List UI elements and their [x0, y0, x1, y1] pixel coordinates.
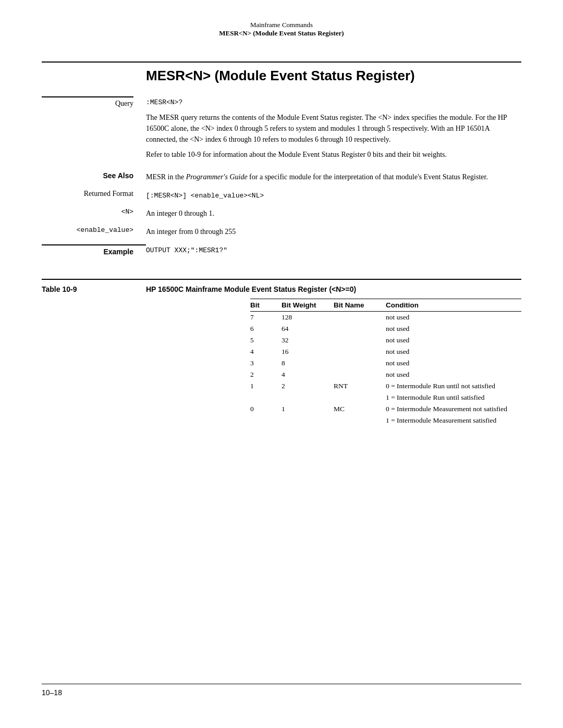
n-param-content: An integer 0 through 1.: [146, 208, 521, 219]
query-content: :MESR<N>? The MESR query returns the con…: [146, 96, 521, 164]
table-row: 1 2 RNT 0 = Intermodule Run until not sa…: [250, 380, 521, 392]
cell-name: RNT: [334, 380, 386, 403]
see-also-content: MESR in the Programmer's Guide for a spe…: [146, 171, 521, 182]
query-row: Query :MESR<N>? The MESR query returns t…: [42, 96, 521, 164]
enable-value-content: An integer from 0 through 255: [146, 226, 521, 237]
cell-name: [334, 335, 386, 346]
data-table: Bit Bit Weight Bit Name Condition 7 128 …: [250, 299, 521, 426]
example-content: OUTPUT XXX;":MESR1?": [146, 244, 521, 256]
cell-condition1: 0 = Intermodule Measurement not satisfie…: [386, 403, 521, 415]
table-title: HP 16500C Mainframe Module Event Status …: [146, 285, 521, 293]
enable-value-row: <enable_value> An integer from 0 through…: [42, 226, 521, 237]
cell-condition: not used: [386, 312, 521, 324]
cell-name: [334, 357, 386, 369]
page-header: Mainframe Commands MESR<N> (Module Event…: [42, 21, 521, 38]
cell-name: [334, 346, 386, 357]
see-also-text-after: for a specific module for the interpreta…: [248, 173, 488, 181]
see-also-label: See Also: [42, 171, 146, 182]
n-param-row: <N> An integer 0 through 1.: [42, 208, 521, 219]
query-label: Query: [42, 96, 146, 164]
cell-name: [334, 312, 386, 324]
table-row: 3 8 not used: [250, 357, 521, 369]
cell-name: [334, 369, 386, 380]
example-row: Example OUTPUT XXX;":MESR1?": [42, 244, 521, 256]
see-also-text-before: MESR in the: [146, 173, 186, 181]
cell-condition: not used: [386, 357, 521, 369]
main-title: MESR<N> (Module Event Status Register): [146, 68, 521, 84]
table-header: Bit Bit Weight Bit Name Condition: [250, 299, 521, 312]
query-desc1: The MESR query returns the contents of t…: [146, 112, 521, 145]
see-also-italic: Programmer's Guide: [186, 173, 248, 181]
table-row: 4 16 not used: [250, 346, 521, 357]
cell-weight: 1: [282, 403, 334, 426]
col-header-weight: Bit Weight: [282, 299, 334, 312]
returned-format-label: Returned Format: [42, 190, 146, 201]
table-number: Table 10-9: [42, 285, 146, 293]
content-area: Query :MESR<N>? The MESR query returns t…: [42, 96, 521, 263]
returned-format-content: [:MESR<N>] <enable_value><NL>: [146, 190, 521, 201]
footer-rule: [42, 684, 521, 684]
cell-weight: 16: [282, 346, 334, 357]
query-desc2: Refer to table 10-9 for information abou…: [146, 149, 521, 160]
table-row: 0 1 MC 0 = Intermodule Measurement not s…: [250, 403, 521, 415]
table-row: 6 64 not used: [250, 323, 521, 335]
cell-condition: not used: [386, 323, 521, 335]
cell-weight: 128: [282, 312, 334, 324]
table-row: 5 32 not used: [250, 335, 521, 346]
header-line1: Mainframe Commands: [42, 21, 521, 29]
cell-bit: 2: [250, 369, 282, 380]
see-also-row: See Also MESR in the Programmer's Guide …: [42, 171, 521, 182]
enable-value-label: <enable_value>: [42, 226, 146, 237]
cell-weight: 64: [282, 323, 334, 335]
col-header-name: Bit Name: [334, 299, 386, 312]
cell-weight: 2: [282, 380, 334, 403]
example-code: OUTPUT XXX;":MESR1?": [146, 246, 227, 254]
footer-page-number: 10–18: [42, 688, 521, 697]
cell-bit: 3: [250, 357, 282, 369]
cell-bit: 7: [250, 312, 282, 324]
table-row: 2 4 not used: [250, 369, 521, 380]
returned-format-row: Returned Format [:MESR<N>] <enable_value…: [42, 190, 521, 201]
col-header-bit: Bit: [250, 299, 282, 312]
example-label: Example: [42, 244, 146, 256]
header-line2: MESR<N> (Module Event Status Register): [42, 29, 521, 38]
cell-name: MC: [334, 403, 386, 426]
cell-weight: 4: [282, 369, 334, 380]
cell-bit: 4: [250, 346, 282, 357]
cell-weight: 32: [282, 335, 334, 346]
cell-condition1: 0 = Intermodule Run until not satisfied: [386, 380, 521, 392]
query-code: :MESR<N>?: [146, 98, 182, 106]
cell-name: [334, 323, 386, 335]
col-header-condition: Condition: [386, 299, 521, 312]
cell-condition: not used: [386, 369, 521, 380]
page-footer: 10–18: [42, 684, 521, 697]
n-param-label: <N>: [42, 208, 146, 219]
cell-bit: 0: [250, 403, 282, 426]
cell-weight: 8: [282, 357, 334, 369]
table-section: Table 10-9 HP 16500C Mainframe Module Ev…: [42, 279, 521, 426]
cell-condition2: 1 = Intermodule Run until satisfied: [386, 392, 521, 403]
table-row: 7 128 not used: [250, 312, 521, 324]
cell-bit: 5: [250, 335, 282, 346]
page: Mainframe Commands MESR<N> (Module Event…: [0, 0, 563, 728]
table-header-row: Table 10-9 HP 16500C Mainframe Module Ev…: [42, 285, 521, 293]
cell-bit: 6: [250, 323, 282, 335]
returned-format-code: [:MESR<N>] <enable_value><NL>: [146, 192, 264, 200]
cell-condition: not used: [386, 346, 521, 357]
cell-condition: not used: [386, 335, 521, 346]
cell-condition2: 1 = Intermodule Measurement satisfied: [386, 415, 521, 426]
cell-bit: 1: [250, 380, 282, 403]
